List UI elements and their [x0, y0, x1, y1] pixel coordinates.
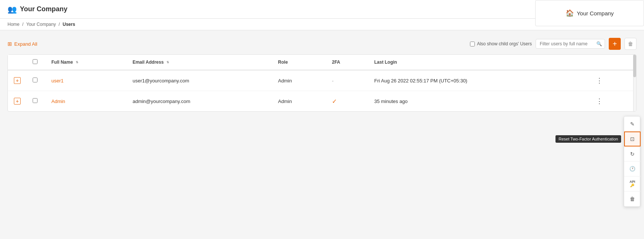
context-menu: ✎ ⊡ Reset Two-Factor Authentication ↻ 🕐 …	[624, 116, 640, 207]
user-email: user1@yourcompany.com	[132, 78, 189, 84]
context-reset-2fa[interactable]: ⊡ Reset Two-Factor Authentication	[624, 131, 641, 146]
row-actions-cell: ⋮	[588, 91, 636, 112]
user-lastlogin: 35 minutes ago	[374, 99, 408, 104]
user-link[interactable]: user1	[51, 78, 64, 84]
trash-icon: 🗑	[628, 41, 633, 47]
refresh-icon: ↻	[630, 151, 635, 157]
add-icon: +	[612, 40, 617, 48]
toolbar: ⊞ Expand All Also show child orgs' Users…	[8, 38, 636, 50]
2fa-status: ✓	[332, 98, 337, 105]
filter-input[interactable]	[536, 39, 605, 49]
search-icon: 🔍	[596, 41, 602, 46]
header-title: Your Company	[20, 5, 68, 13]
edit-icon: ✎	[630, 121, 635, 127]
context-edit[interactable]: ✎	[624, 117, 641, 131]
api-key-icon: API🔑	[629, 180, 635, 188]
col-email-label: Email Address	[132, 60, 164, 65]
2fa-status: -	[332, 78, 333, 84]
table-header-row: Full Name ⇅ Email Address ⇅ Role 2FA Las	[8, 55, 636, 70]
row-expand-button[interactable]: +	[14, 77, 21, 84]
user-role: Admin	[278, 99, 292, 104]
col-2fa: 2FA	[326, 55, 368, 70]
breadcrumb-current: Users	[63, 22, 75, 27]
scrollbar-thumb[interactable]	[633, 55, 636, 77]
col-check	[27, 55, 45, 70]
toolbar-right: Also show child orgs' Users 🔍 + 🗑	[470, 38, 636, 50]
table-row: + user1 user1@yourcompany.com Admin	[8, 70, 636, 91]
context-history[interactable]: 🕐	[624, 161, 641, 176]
home-icon: 🏠	[566, 9, 574, 17]
row-email-cell: user1@yourcompany.com	[126, 70, 272, 91]
delete-icon: 🗑	[630, 196, 635, 202]
main-content: ⊞ Expand All Also show child orgs' Users…	[0, 30, 644, 236]
breadcrumb-sep-2: /	[59, 22, 61, 27]
row-lastlogin-cell: 35 minutes ago	[368, 91, 588, 112]
col-2fa-label: 2FA	[332, 60, 340, 65]
row-more-button[interactable]: ⋮	[594, 96, 605, 106]
col-actions	[588, 55, 636, 70]
row-2fa-cell: -	[326, 70, 368, 91]
expand-icon: ⊞	[8, 41, 12, 47]
toolbar-left: ⊞ Expand All	[8, 41, 37, 47]
col-role: Role	[272, 55, 326, 70]
row-checkbox[interactable]	[33, 98, 38, 103]
row-expand-button[interactable]: +	[14, 98, 21, 105]
scrollbar-track	[633, 55, 636, 111]
row-expand-cell: +	[8, 70, 27, 91]
row-2fa-cell: ✓	[326, 91, 368, 112]
col-fullname: Full Name ⇅	[45, 55, 126, 70]
child-orgs-label: Also show child orgs' Users	[470, 41, 532, 46]
col-fullname-label: Full Name	[51, 60, 73, 65]
add-user-button[interactable]: +	[609, 38, 621, 50]
row-email-cell: admin@yourcompany.com	[126, 91, 272, 112]
col-email: Email Address ⇅	[126, 55, 272, 70]
tooltip-reset-2fa: Reset Two-Factor Authentication	[555, 135, 621, 143]
expand-all-label: Expand All	[14, 41, 37, 47]
email-sort-icon[interactable]: ⇅	[167, 61, 169, 64]
table-row: + Admin admin@yourcompany.com Admin	[8, 91, 636, 112]
child-orgs-text: Also show child orgs' Users	[477, 41, 532, 46]
row-lastlogin-cell: Fri Aug 26 2022 02:55:17 PM (UTC+05:30)	[368, 70, 588, 91]
row-check-cell	[27, 70, 45, 91]
row-name-cell: user1	[45, 70, 126, 91]
company-icon: 👥	[8, 5, 17, 14]
row-actions-cell: ⋮	[588, 70, 636, 91]
row-name-cell: Admin	[45, 91, 126, 112]
col-expand	[8, 55, 27, 70]
breadcrumb-company[interactable]: Your Company	[26, 22, 56, 27]
context-refresh[interactable]: ↻	[624, 146, 641, 161]
expand-all-button[interactable]: ⊞ Expand All	[8, 41, 37, 47]
context-delete[interactable]: 🗑	[624, 191, 641, 206]
col-lastlogin-label: Last Login	[374, 60, 397, 65]
child-orgs-checkbox[interactable]	[470, 42, 475, 46]
row-checkbox[interactable]	[33, 78, 38, 82]
breadcrumb-sep-1: /	[22, 22, 25, 27]
company-badge: 🏠 Your Company	[535, 0, 644, 26]
delete-button[interactable]: 🗑	[624, 38, 636, 50]
reset-2fa-icon: ⊡	[630, 136, 635, 142]
row-more-button[interactable]: ⋮	[594, 76, 605, 85]
user-role: Admin	[278, 78, 292, 84]
filter-wrap: 🔍	[536, 39, 605, 49]
users-table: Full Name ⇅ Email Address ⇅ Role 2FA Las	[8, 54, 636, 112]
row-check-cell	[27, 91, 45, 112]
header-logo: 👥 Your Company	[8, 5, 68, 14]
col-role-label: Role	[278, 60, 288, 65]
row-role-cell: Admin	[272, 91, 326, 112]
row-role-cell: Admin	[272, 70, 326, 91]
row-expand-cell: +	[8, 91, 27, 112]
user-email: admin@yourcompany.com	[132, 99, 190, 104]
clock-icon: 🕐	[629, 166, 635, 172]
breadcrumb-home[interactable]: Home	[8, 22, 20, 27]
fullname-sort-icon[interactable]: ⇅	[76, 61, 78, 64]
col-lastlogin: Last Login	[368, 55, 588, 70]
company-badge-text: Your Company	[577, 10, 614, 16]
select-all-checkbox[interactable]	[33, 59, 38, 64]
context-api-key[interactable]: API🔑	[624, 176, 641, 191]
user-link[interactable]: Admin	[51, 99, 65, 104]
user-lastlogin: Fri Aug 26 2022 02:55:17 PM (UTC+05:30)	[374, 78, 467, 84]
